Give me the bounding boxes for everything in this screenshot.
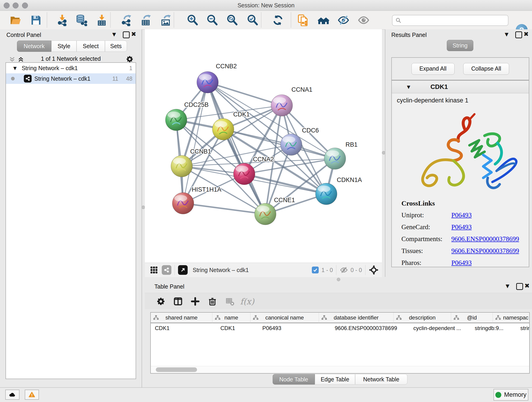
detach-view-icon[interactable] xyxy=(178,265,188,275)
column-header[interactable]: @id xyxy=(451,313,493,323)
column-header[interactable]: namespac xyxy=(493,313,530,323)
apply-layout-button[interactable] xyxy=(271,13,285,27)
tab-network[interactable]: Network xyxy=(17,41,51,52)
memory-button[interactable]: Memory xyxy=(494,389,528,401)
first-neighbors-button[interactable] xyxy=(317,13,330,27)
node-label-CDC25B: CDC25B xyxy=(184,101,209,108)
node-CCNE1[interactable]: CCNE1 xyxy=(254,197,295,225)
edge-CCNB2-CCNE1[interactable] xyxy=(208,82,265,214)
network-options-gear-icon[interactable] xyxy=(126,55,134,63)
minimize-traffic-light[interactable] xyxy=(13,2,19,8)
zoom-out-button[interactable] xyxy=(205,13,219,27)
close-panel-icon[interactable]: ✖ xyxy=(131,31,136,38)
export-table-button[interactable] xyxy=(139,13,153,27)
network-collection-row[interactable]: ▼ String Network – cdk1 1 xyxy=(6,63,136,73)
maximize-panel-icon[interactable] xyxy=(516,283,523,290)
table-row[interactable]: CDK1 CDK1 P06493 9606.ENSP00000378699 cy… xyxy=(151,323,529,333)
tab-style[interactable]: Style xyxy=(51,41,76,52)
edge-HIST1H1A-CCNE1[interactable] xyxy=(183,203,265,214)
clone-network-button[interactable] xyxy=(296,13,310,27)
selected-checkbox-icon[interactable] xyxy=(312,267,319,274)
node-CCNA1[interactable]: CCNA1 xyxy=(271,86,312,116)
splitter-handle[interactable] xyxy=(337,278,340,281)
crosslink-link[interactable]: 9606.ENSP00000378699 xyxy=(451,245,519,257)
node-HIST1H1A[interactable]: HIST1H1A xyxy=(172,186,221,214)
collapse-all-button[interactable]: Collapse All xyxy=(463,63,509,75)
toolbar-separator xyxy=(291,12,291,27)
column-header[interactable]: canonical name xyxy=(250,313,319,323)
save-session-button[interactable] xyxy=(29,13,43,27)
crosslink-link[interactable]: P06493 xyxy=(451,257,472,269)
close-panel-icon[interactable]: ✖ xyxy=(525,282,530,289)
column-type-icon xyxy=(495,315,501,321)
import-network-database-button[interactable] xyxy=(75,13,88,27)
expand-all-networks-icon[interactable] xyxy=(17,56,24,63)
crosslink-row: Pharos: P06493 xyxy=(401,257,529,269)
tab-string[interactable]: String xyxy=(447,40,473,51)
delete-column-button[interactable] xyxy=(206,295,218,307)
node-CDKN1A[interactable]: CDKN1A xyxy=(316,177,362,205)
horizontal-splitter[interactable] xyxy=(145,277,532,282)
node-RB1[interactable]: RB1 xyxy=(324,141,358,169)
crosslink-link[interactable]: P06493 xyxy=(451,221,472,233)
float-panel-icon[interactable]: ▼ xyxy=(505,32,508,37)
import-network-file-button[interactable] xyxy=(55,13,69,27)
zoom-in-button[interactable] xyxy=(186,13,199,27)
column-header[interactable]: name xyxy=(212,313,250,323)
float-panel-icon[interactable]: ▼ xyxy=(112,32,116,37)
edge-CCNB2-CCNA1[interactable] xyxy=(208,82,282,105)
column-header[interactable]: shared name xyxy=(151,313,212,323)
tab-node-table[interactable]: Node Table xyxy=(273,374,315,385)
zoom-traffic-light[interactable] xyxy=(22,2,28,8)
tab-sets[interactable]: Sets xyxy=(105,41,127,52)
maximize-panel-icon[interactable] xyxy=(123,32,130,38)
tab-network-table[interactable]: Network Table xyxy=(355,374,407,385)
zoom-fit-button[interactable] xyxy=(225,13,239,27)
gene-header[interactable]: ▼ CDK1 xyxy=(392,81,529,93)
export-network-button[interactable] xyxy=(119,13,133,27)
open-session-button[interactable] xyxy=(9,13,22,27)
search-input[interactable] xyxy=(404,16,508,25)
edge-CCNB2-HIST1H1A[interactable] xyxy=(183,82,208,203)
table-settings-button[interactable] xyxy=(155,295,167,307)
show-all-button[interactable] xyxy=(357,13,370,27)
tab-edge-table[interactable]: Edge Table xyxy=(315,374,355,385)
export-image-button[interactable] xyxy=(159,13,173,27)
network-canvas[interactable]: CCNB2CCNA1CDC25BCDK1CDC6RB1CCNB1CCNA2CDK… xyxy=(145,29,382,263)
show-columns-button[interactable] xyxy=(172,295,184,307)
tab-select[interactable]: Select xyxy=(76,41,105,52)
scrollbar-thumb[interactable] xyxy=(156,367,197,372)
right-splitter[interactable] xyxy=(382,29,385,277)
crosslink-link[interactable]: 9606.ENSP00000378699 xyxy=(451,233,519,245)
maximize-panel-icon[interactable] xyxy=(515,32,522,38)
delete-table-button-disabled xyxy=(224,295,236,307)
table-header-row: shared name name canonical name database… xyxy=(151,313,529,323)
warning-icon xyxy=(28,391,35,398)
network-graph[interactable]: CCNB2CCNA1CDC25BCDK1CDC6RB1CCNB1CCNA2CDK… xyxy=(145,29,382,263)
cloud-status-button[interactable] xyxy=(5,390,19,400)
network-row[interactable]: String Network – cdk1 11 48 xyxy=(6,73,136,84)
grid-view-icon[interactable] xyxy=(149,265,158,274)
column-header[interactable]: description xyxy=(394,313,451,323)
float-panel-icon[interactable]: ▼ xyxy=(506,283,509,289)
expand-all-button[interactable]: Expand All xyxy=(412,63,455,75)
collection-expander-icon[interactable]: ▼ xyxy=(13,65,17,70)
left-splitter[interactable] xyxy=(142,29,145,387)
gene-expander-icon[interactable]: ▼ xyxy=(407,84,410,89)
fit-selected-crosshair-icon[interactable] xyxy=(369,265,379,275)
table-horizontal-scrollbar[interactable] xyxy=(151,366,529,373)
warnings-button[interactable] xyxy=(25,390,39,400)
hide-selected-button[interactable] xyxy=(336,13,350,27)
crosslink-link[interactable]: P06493 xyxy=(451,209,472,221)
collapse-all-networks-icon[interactable] xyxy=(9,56,16,63)
import-table-button[interactable] xyxy=(95,13,109,27)
crosslink-label: Compartments: xyxy=(401,233,451,245)
splitter-handle[interactable] xyxy=(142,206,145,209)
network-birdseye-icon[interactable] xyxy=(162,265,171,275)
zoom-selected-button[interactable] xyxy=(246,13,259,27)
zoom-fit-icon xyxy=(226,14,238,26)
close-panel-icon[interactable]: ✖ xyxy=(524,31,529,38)
close-traffic-light[interactable] xyxy=(4,2,10,8)
column-header[interactable]: database identifier xyxy=(319,313,394,323)
create-column-button[interactable] xyxy=(189,295,201,307)
